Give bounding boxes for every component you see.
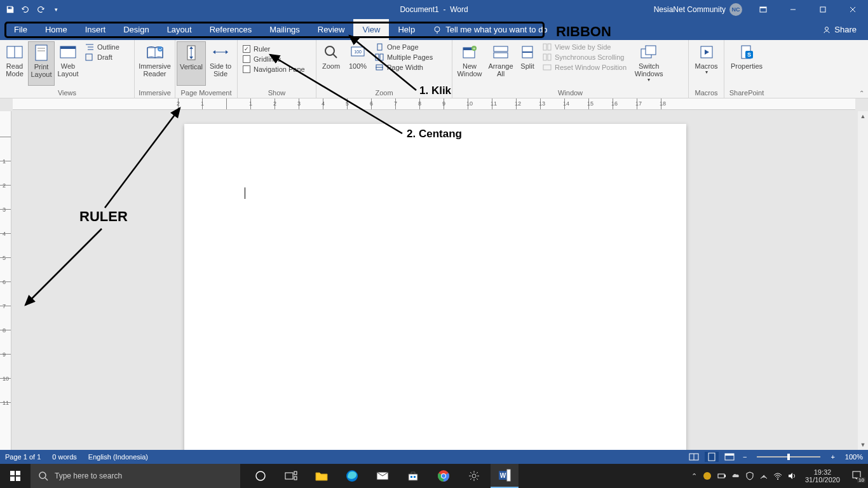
- one-page-button[interactable]: One Page: [375, 43, 433, 51]
- sharepoint-group-label: SharePoint: [724, 89, 769, 98]
- status-bar: Page 1 of 1 0 words English (Indonesia) …: [0, 450, 868, 464]
- tab-review[interactable]: Review: [309, 19, 354, 40]
- tray-clock[interactable]: 19:32 31/10/2020: [801, 468, 844, 484]
- page-width-icon: [375, 64, 384, 71]
- zoom-100-button[interactable]: 100 100%: [344, 41, 371, 86]
- vertical-ruler[interactable]: 1 23 45 67 89 1011: [0, 111, 11, 450]
- tray-chevron-icon[interactable]: ⌃: [691, 472, 697, 480]
- svg-rect-95: [718, 474, 724, 478]
- tray-volume-icon[interactable]: [787, 471, 796, 480]
- task-view-button[interactable]: [277, 464, 305, 488]
- read-mode-view-icon[interactable]: [687, 452, 701, 462]
- tell-me-search[interactable]: Tell me what you want to do: [424, 19, 547, 40]
- zoom-level[interactable]: 100%: [845, 453, 863, 461]
- vertical-button[interactable]: Vertical: [177, 41, 206, 86]
- mail-button[interactable]: [369, 464, 397, 488]
- system-tray: ⌃ 19:32 31/10/2020 10: [691, 464, 868, 488]
- horizontal-ruler[interactable]: 21 1 23 45 67 89 1011 1213 1415 1617 18: [13, 98, 855, 110]
- file-explorer-button[interactable]: [308, 464, 336, 488]
- multiple-pages-button[interactable]: Multiple Pages: [375, 53, 433, 61]
- immersive-reader-button[interactable]: Immersive Reader: [137, 41, 173, 86]
- tab-layout[interactable]: Layout: [158, 19, 201, 40]
- svg-point-94: [703, 472, 711, 480]
- macros-icon: [698, 43, 715, 61]
- side-to-side-button[interactable]: Side to Side: [206, 41, 235, 86]
- redo-button[interactable]: [34, 3, 48, 17]
- draft-button[interactable]: Draft: [85, 53, 119, 61]
- start-button[interactable]: [0, 464, 31, 488]
- gridlines-checkbox[interactable]: Gridlines: [243, 55, 305, 63]
- tab-insert[interactable]: Insert: [76, 19, 115, 40]
- status-language[interactable]: English (Indonesia): [88, 453, 148, 461]
- switch-windows-button[interactable]: Switch Windows▾: [630, 41, 667, 86]
- zoom-button[interactable]: Zoom: [318, 41, 344, 86]
- maximize-button[interactable]: [808, 0, 837, 19]
- ruler-checkbox[interactable]: ✓Ruler: [243, 45, 305, 53]
- new-window-button[interactable]: + New Window: [454, 41, 485, 86]
- zoom-in-button[interactable]: +: [828, 453, 837, 461]
- taskbar-search[interactable]: Type here to search: [31, 464, 240, 488]
- customize-qat-button[interactable]: ▾: [49, 3, 63, 17]
- properties-icon: S: [738, 43, 756, 61]
- tray-app-icon[interactable]: [702, 471, 712, 480]
- user-account[interactable]: NesiaNet Community NC: [654, 3, 742, 16]
- page-width-button[interactable]: Page Width: [375, 64, 433, 71]
- svg-rect-43: [494, 53, 508, 58]
- web-layout-view-icon[interactable]: [722, 452, 736, 462]
- tab-home[interactable]: Home: [36, 19, 76, 40]
- vertical-icon: [182, 44, 200, 62]
- scroll-up-button[interactable]: ▲: [858, 111, 868, 121]
- document-page[interactable]: [184, 124, 686, 450]
- navigation-pane-checkbox[interactable]: Navigation Pane: [243, 65, 305, 73]
- save-button[interactable]: [3, 3, 17, 17]
- tray-defender-icon[interactable]: [745, 471, 754, 480]
- tab-help[interactable]: Help: [389, 19, 424, 40]
- tray-wifi-icon[interactable]: [773, 471, 782, 480]
- print-layout-button[interactable]: Print Layout: [28, 41, 55, 86]
- share-button[interactable]: Share: [811, 19, 868, 40]
- tray-onedrive-icon[interactable]: [731, 471, 740, 480]
- scroll-down-button[interactable]: ▼: [858, 440, 868, 450]
- edge-button[interactable]: [338, 464, 366, 488]
- title-bar: ▾ Document1 - Word NesiaNet Community NC: [0, 0, 868, 19]
- tab-design[interactable]: Design: [114, 19, 158, 40]
- ribbon-display-options-button[interactable]: [749, 0, 777, 19]
- zoom-slider[interactable]: [757, 456, 820, 458]
- vertical-scrollbar[interactable]: ▲ ▼: [858, 111, 868, 450]
- tray-battery-icon[interactable]: [717, 471, 726, 480]
- settings-button[interactable]: [460, 464, 488, 488]
- quick-access-toolbar: ▾: [0, 0, 63, 19]
- macros-button[interactable]: Macros▾: [691, 41, 722, 86]
- svg-point-90: [472, 474, 476, 478]
- outline-icon: [85, 43, 94, 51]
- views-group-label: Views: [0, 89, 134, 98]
- collapse-ribbon-button[interactable]: ⌃: [859, 90, 864, 97]
- tab-file[interactable]: File: [5, 19, 36, 40]
- undo-button[interactable]: [18, 3, 32, 17]
- word-taskbar-button[interactable]: W: [491, 464, 519, 488]
- store-button[interactable]: [399, 464, 427, 488]
- svg-rect-50: [543, 65, 551, 70]
- tray-network-icon[interactable]: [759, 471, 768, 480]
- chrome-button[interactable]: [430, 464, 458, 488]
- cortana-button[interactable]: [247, 464, 275, 488]
- tab-references[interactable]: References: [201, 19, 261, 40]
- tab-view[interactable]: View: [353, 19, 389, 40]
- tab-mailings[interactable]: Mailings: [261, 19, 309, 40]
- status-page[interactable]: Page 1 of 1: [5, 453, 41, 461]
- arrange-all-button[interactable]: Arrange All: [485, 41, 516, 86]
- zoom-group-label: Zoom: [316, 89, 452, 98]
- properties-button[interactable]: S Properties: [728, 41, 766, 86]
- print-layout-view-icon[interactable]: [705, 452, 719, 462]
- outline-button[interactable]: Outline: [85, 43, 119, 51]
- svg-text:100: 100: [354, 50, 362, 54]
- notification-button[interactable]: 10: [849, 470, 864, 482]
- close-button[interactable]: [838, 0, 867, 19]
- split-button[interactable]: Split: [516, 41, 539, 86]
- read-mode-button[interactable]: Read Mode: [1, 41, 28, 86]
- svg-rect-74: [16, 477, 20, 481]
- status-words[interactable]: 0 words: [52, 453, 77, 461]
- zoom-out-button[interactable]: −: [740, 453, 749, 461]
- web-layout-button[interactable]: Web Layout: [55, 41, 81, 86]
- minimize-button[interactable]: [778, 0, 807, 19]
